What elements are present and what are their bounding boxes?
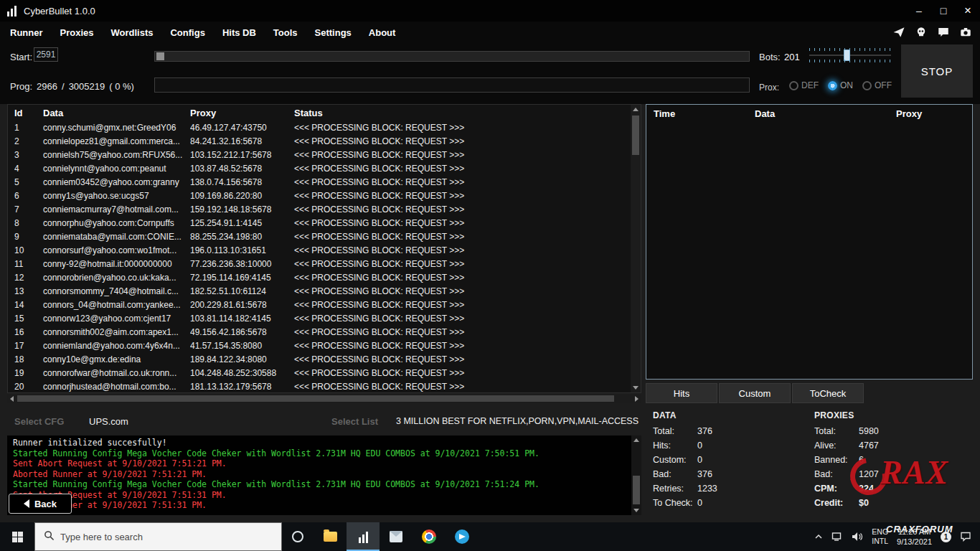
prox-radio[interactable]: DEF [789,80,819,90]
vertical-scrollbar[interactable] [631,105,641,392]
table-row[interactable]: 1 conny.schumi@gmx.net:GreedY06 46.49.12… [8,121,631,134]
cell-proxy: 84.241.32.16:5678 [190,136,294,146]
start-slider-thumb[interactable] [156,52,164,60]
table-row[interactable]: 12 connorobrien@yahoo.co.uk:kaka... 72.1… [8,270,631,284]
capture-tab[interactable]: ToCheck [792,383,864,403]
table-row[interactable]: 16 connorsmith002@aim.com:apex1... 49.15… [8,325,631,339]
menu-item[interactable]: Hits DB [222,27,256,38]
table-row[interactable]: 19 connorofwar@hotmail.co.uk:ronn... 104… [8,366,631,380]
bots-slider-thumb[interactable] [844,50,850,61]
table-row[interactable]: 7 conniemacmurray7@hotmail.com... 159.19… [8,202,631,216]
progress-bar [154,77,750,93]
table-row[interactable]: 15 connorw123@yahoo.com:cjent17 103.81.1… [8,311,631,325]
language-line1: ENG [872,527,888,537]
log-line: Started Running Config Mega Vocher Code … [13,479,637,490]
cell-data: conny-92@hotmail.it:0000000000 [43,259,190,269]
table-row[interactable]: 5 conniem03452@yahoo.com:granny 138.0.74… [8,175,631,189]
table-row[interactable]: 14 connors_04@hotmail.com:yankee... 200.… [8,298,631,311]
skull-icon[interactable] [914,25,928,39]
menu-item[interactable]: Settings [315,27,352,38]
window-controls: – □ × [907,0,980,22]
prox-radio[interactable]: OFF [862,80,892,90]
radio-icon [828,81,837,90]
menu-item[interactable]: Tools [273,27,298,38]
table-row[interactable]: 3 connielsh75@yahoo.com:RFUX56... 103.15… [8,148,631,161]
table-row[interactable]: 17 conniemland@yahoo.com:4y6x4n... 41.57… [8,339,631,352]
menu-item[interactable]: About [369,27,396,38]
cell-proxy: 103.81.114.182:4145 [190,314,294,324]
chat-icon[interactable] [936,25,951,39]
menu-item[interactable]: Runner [10,27,43,38]
telegram-icon[interactable] [892,25,906,39]
maximize-icon[interactable]: □ [931,0,956,22]
action-center-button[interactable] [956,522,976,551]
table-row[interactable]: 8 connorphu@yahoo.com:Cornpuffs 125.254.… [8,216,631,230]
table-row[interactable]: 13 connorsmommy_7404@hotmail.c... 182.52… [8,284,631,298]
scroll-up-icon[interactable] [633,438,639,442]
prog-separator: / [62,81,65,92]
select-list-button[interactable]: Select List [331,416,378,427]
scroll-up-icon[interactable] [633,108,639,111]
prog-current: 2966 [37,81,57,92]
search-input[interactable] [60,532,261,542]
table-row[interactable]: 18 conny10e@gmx.de:edina 189.84.122.34:8… [8,352,631,366]
log-scrollbar[interactable] [631,435,641,515]
table-row[interactable]: 11 conny-92@hotmail.it:0000000000 77.236… [8,257,631,270]
file-explorer-icon[interactable] [314,522,347,551]
cell-status: <<< PROCESSING BLOCK: REQUEST >>> [294,273,631,283]
col-status: Status [294,108,641,118]
mail-app-icon[interactable] [380,522,413,551]
start-label: Start: [10,52,32,62]
cell-data: connielsh75@yahoo.com:RFUX56... [43,150,190,160]
chrome-icon[interactable] [413,522,446,551]
prox-radio-group: DEF ON OFF [789,80,892,90]
cyberbullet-taskbar-icon[interactable] [347,522,380,551]
tray-chevron-up-icon[interactable] [810,522,827,551]
stop-button[interactable]: STOP [901,44,973,98]
language-indicator[interactable]: ENG INTL [867,522,892,551]
scroll-thumb[interactable] [632,116,639,155]
scroll-down-icon[interactable] [633,509,639,512]
close-icon[interactable]: × [956,0,980,22]
menu-item[interactable]: Configs [170,27,204,38]
cell-id: 8 [14,218,43,228]
horizontal-scrollbar[interactable] [7,394,641,403]
clock[interactable]: 11:26 AM 9/13/2021 [892,522,936,551]
start-input[interactable] [34,47,58,62]
telegram-logo-icon [455,529,469,544]
start-menu-button[interactable] [0,522,34,551]
cell-id: 3 [14,150,43,160]
cell-data: connors_04@hotmail.com:yankee... [43,300,190,310]
taskbar-search[interactable] [34,522,282,551]
stat-row: Custom:0 [653,453,717,467]
table-row[interactable]: 2 connielopez81@gmail.com:merca... 84.24… [8,134,631,148]
screenshot-icon[interactable] [958,25,973,39]
scroll-left-icon[interactable] [10,396,14,402]
menu-item[interactable]: Wordlists [110,27,153,38]
table-row[interactable]: 20 connorjhustead@hotmail.com:bo... 181.… [8,380,631,392]
capture-tab[interactable]: Custom [719,383,791,403]
prox-radio[interactable]: ON [828,80,853,90]
speaker-icon[interactable] [847,522,867,551]
table-row[interactable]: 10 connorsurf@yahoo.com:wo1fmot... 196.0… [8,243,631,257]
capture-tab[interactable]: Hits [646,383,717,403]
bots-slider[interactable] [809,48,891,62]
table-row[interactable]: 4 connielynnt@yahoo.com:peanut 103.87.48… [8,161,631,175]
scroll-down-icon[interactable] [633,386,639,390]
minimize-icon[interactable]: – [907,0,931,22]
telegram-taskbar-icon[interactable] [446,522,479,551]
scroll-right-icon[interactable] [635,396,639,402]
prog-percent: ( 0 %) [109,81,134,92]
table-row[interactable]: 9 conniemataba@ymail.com:CONIE... 88.255… [8,230,631,243]
select-cfg-button[interactable]: Select CFG [14,416,64,427]
table-row[interactable]: 6 conny1s@yahoo.se:ucgs57 109.169.86.220… [8,189,631,202]
back-button[interactable]: Back [9,494,72,514]
scroll-thumb-horizontal[interactable] [17,395,614,402]
scroll-thumb[interactable] [633,476,640,504]
start-slider[interactable] [154,51,750,62]
menu-item[interactable]: Proxies [60,27,94,38]
cell-proxy: 109.169.86.220:80 [190,191,294,201]
log-line: Aborted Runner at 9/10/2021 7:51:21 PM. [13,469,637,480]
cortana-button[interactable] [282,522,314,551]
network-icon[interactable] [827,522,847,551]
